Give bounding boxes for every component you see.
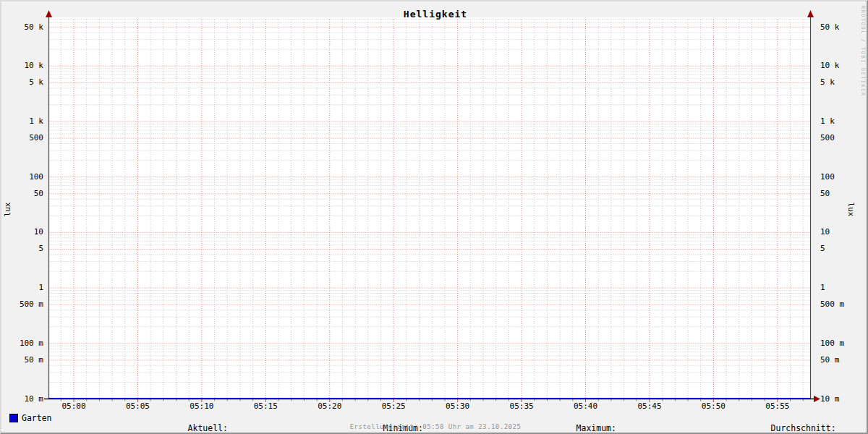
y-tick-label-right: 500 [820,134,867,142]
x-tick-label: 05:15 [240,401,291,411]
y-tick-label-left: 5 k [1,78,43,87]
plot-area [1,1,868,434]
x-tick-label: 05:55 [752,401,803,411]
x-tick-label: 05:35 [496,401,547,411]
creation-timestamp: Erstellungszeit: 05:58 Uhr am 23.10.2025 [1,423,868,430]
y-tick-label-left: 10 m [1,395,43,404]
x-tick-label: 05:30 [433,401,483,411]
y-tick-label-right: 10 m [820,395,867,404]
series-name: Garten [22,413,52,423]
y-tick-label-left: 50 k [1,23,43,32]
x-tick-label: 05:45 [624,401,675,411]
y-tick-label-left: 50 [1,190,43,198]
y-tick-label-right: 50 [820,190,867,198]
y-tick-label-right: 100 m [820,339,867,348]
rrdtool-graph: Helligkeit lux lux RRDTOOL / TOBI OETIKE… [0,0,868,434]
plot-canvas [49,17,811,399]
x-axis-arrow [814,396,820,402]
x-tick-label: 05:40 [561,401,611,411]
chart-title: Helligkeit [1,9,868,20]
y-tick-label-right: 50 k [820,23,867,32]
y-tick-label-right: 100 [820,173,867,182]
y-tick-label-right: 1 [820,284,867,292]
y-tick-label-right: 5 [820,244,867,253]
y-tick-label-right: 5 k [820,78,867,87]
x-tick-label: 05:10 [176,401,227,411]
y-tick-label-left: 10 [1,228,43,237]
rrdtool-watermark: RRDTOOL / TOBI OETIKER [860,6,866,85]
y-tick-label-left: 50 m [1,356,43,365]
y-tick-label-left: 5 [1,244,43,253]
x-tick-label: 05:50 [688,401,739,411]
y-tick-label-left: 100 [1,173,43,182]
y-tick-label-right: 10 k [820,61,867,70]
series-color-swatch [9,414,18,422]
y-tick-label-right: 50 m [820,356,867,365]
y-tick-label-left: 10 k [1,61,43,70]
y-tick-label-right: 1 k [820,117,867,126]
y-tick-label-left: 500 [1,134,43,142]
y-tick-label-left: 1 [1,284,43,292]
x-tick-label: 05:05 [112,401,163,411]
x-tick-label: 05:20 [305,401,355,411]
x-tick-label: 05:25 [368,401,419,411]
y-tick-label-left: 1 k [1,117,43,126]
x-tick-label: 05:00 [48,401,99,411]
y-tick-label-right: 10 [820,228,867,237]
y-tick-label-left: 500 m [1,300,43,309]
y-tick-label-right: 500 m [820,300,867,309]
y-tick-label-left: 100 m [1,339,43,348]
